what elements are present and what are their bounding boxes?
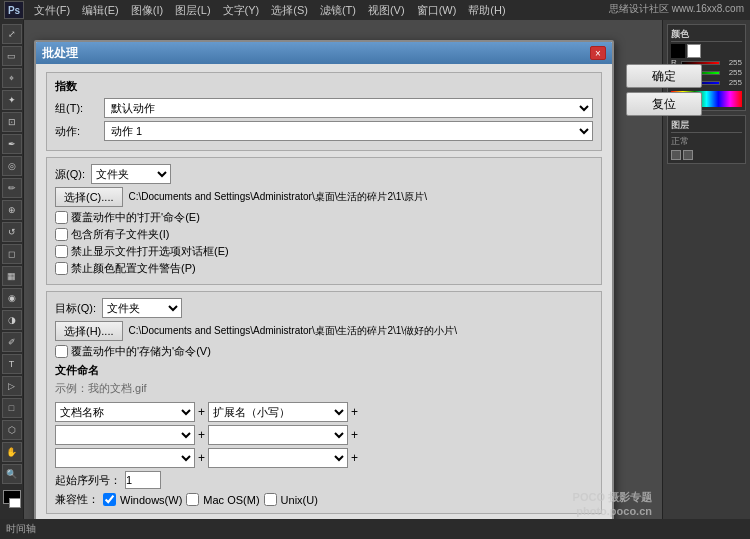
- dialog-overlay: 批处理 × 指数 组(T): 默认动作: [24, 20, 662, 539]
- filename-sel1-r3[interactable]: [55, 448, 195, 468]
- tool-select[interactable]: ▭: [2, 46, 22, 66]
- menu-text[interactable]: 文字(Y): [217, 1, 266, 20]
- action-select[interactable]: 动作 1: [104, 121, 593, 141]
- cb-unix[interactable]: [264, 493, 277, 506]
- tool-hand[interactable]: ✋: [2, 442, 22, 462]
- tool-path-sel[interactable]: ▷: [2, 376, 22, 396]
- cb3-row: 禁止显示文件打开选项对话框(E): [55, 244, 593, 259]
- dest-choose-button[interactable]: 选择(H)....: [55, 321, 123, 341]
- menu-window[interactable]: 窗口(W): [411, 1, 463, 20]
- tool-brush[interactable]: ✏: [2, 178, 22, 198]
- dest-path: C:\Documents and Settings\Administrator\…: [129, 324, 594, 338]
- tool-history[interactable]: ↺: [2, 222, 22, 242]
- dest-section: 目标(Q): 文件夹 选择(H).... C:\Documents and Se…: [46, 291, 602, 514]
- bottombar-text: 时间轴: [6, 522, 36, 536]
- filename-title: 文件命名: [55, 363, 99, 378]
- tool-gradient[interactable]: ▦: [2, 266, 22, 286]
- cb-save-override[interactable]: [55, 345, 68, 358]
- menu-view[interactable]: 视图(V): [362, 1, 411, 20]
- cb-mac[interactable]: [186, 493, 199, 506]
- r-value: 255: [722, 58, 742, 67]
- menu-image[interactable]: 图像(I): [125, 1, 169, 20]
- menu-help[interactable]: 帮助(H): [462, 1, 511, 20]
- reset-button[interactable]: 复位: [626, 92, 702, 116]
- cb2-row: 包含所有子文件夹(I): [55, 227, 593, 242]
- serial-input[interactable]: [125, 471, 161, 489]
- source-label: 源(Q):: [55, 167, 85, 182]
- cb-suppress-color-warn[interactable]: [55, 262, 68, 275]
- cb-subfolders[interactable]: [55, 228, 68, 241]
- color-swatches: [671, 44, 742, 58]
- section-zhishu: 指数 组(T): 默认动作 动作: 动作 1: [46, 72, 602, 151]
- group-row: 组(T): 默认动作: [55, 98, 593, 118]
- tool-bg-color[interactable]: [9, 498, 21, 508]
- watermark: POCO 摄影专题 photo.poco.cn: [573, 490, 652, 517]
- left-toolbar: ⤢ ▭ ⌖ ✦ ⊡ ✒ ◎ ✏ ⊕ ↺ ◻ ▦ ◉ ◑ ✐ T ▷ □ ⬡ ✋ …: [0, 20, 24, 539]
- dialog-close-button[interactable]: ×: [590, 46, 606, 60]
- filename-sel1-r1[interactable]: 文档名称: [55, 402, 195, 422]
- cb-open-override[interactable]: [55, 211, 68, 224]
- group-label: 组(T):: [55, 101, 100, 116]
- tool-lasso[interactable]: ⌖: [2, 68, 22, 88]
- source-type-row: 源(Q): 文件夹: [55, 164, 593, 184]
- action-label: 动作:: [55, 124, 100, 139]
- layers-content: 正常: [671, 135, 742, 148]
- layer-vis: [683, 150, 693, 160]
- tool-eraser[interactable]: ◻: [2, 244, 22, 264]
- source-choose-button[interactable]: 选择(C)....: [55, 187, 123, 207]
- cb4-label: 禁止颜色配置文件警告(P): [71, 261, 196, 276]
- tool-3d[interactable]: ⬡: [2, 420, 22, 440]
- tool-move[interactable]: ⤢: [2, 24, 22, 44]
- tool-dodge[interactable]: ◑: [2, 310, 22, 330]
- menu-select[interactable]: 选择(S): [265, 1, 314, 20]
- tool-crop[interactable]: ⊡: [2, 112, 22, 132]
- filename-sel2-r3[interactable]: [208, 448, 348, 468]
- b-value: 255: [722, 78, 742, 87]
- tool-zoom[interactable]: 🔍: [2, 464, 22, 484]
- dest-type-row: 目标(Q): 文件夹: [55, 298, 593, 318]
- tool-stamp[interactable]: ⊕: [2, 200, 22, 220]
- menu-layer[interactable]: 图层(L): [169, 1, 216, 20]
- cb3-label: 禁止显示文件打开选项对话框(E): [71, 244, 229, 259]
- filename-row2: + +: [55, 425, 593, 445]
- confirm-button[interactable]: 确定: [626, 64, 702, 88]
- plus6: +: [351, 451, 358, 465]
- ps-logo: Ps: [4, 1, 24, 19]
- filename-sel2-r1[interactable]: 扩展名（小写）: [208, 402, 348, 422]
- dest-override-row: 覆盖动作中的'存储为'命令(V): [55, 344, 593, 359]
- tool-pen[interactable]: ✐: [2, 332, 22, 352]
- batch-dialog: 批处理 × 指数 组(T): 默认动作: [34, 40, 614, 539]
- fg-swatch[interactable]: [671, 44, 685, 58]
- plus3: +: [198, 428, 205, 442]
- cb-windows[interactable]: [103, 493, 116, 506]
- source-section: 源(Q): 文件夹 选择(C).... C:\Documents and Set…: [46, 157, 602, 285]
- layers-panel: 图层 正常: [667, 115, 746, 164]
- tool-spot[interactable]: ◎: [2, 156, 22, 176]
- tool-blur[interactable]: ◉: [2, 288, 22, 308]
- dest-type-select[interactable]: 文件夹: [102, 298, 182, 318]
- filename-row1: 文档名称 + 扩展名（小写） +: [55, 402, 593, 422]
- menu-file[interactable]: 文件(F): [28, 1, 76, 20]
- menu-edit[interactable]: 编辑(E): [76, 1, 125, 20]
- cb4-row: 禁止颜色配置文件警告(P): [55, 261, 593, 276]
- source-choose-row: 选择(C).... C:\Documents and Settings\Admi…: [55, 187, 593, 207]
- bg-swatch[interactable]: [687, 44, 701, 58]
- cb-suppress-open-dlg[interactable]: [55, 245, 68, 258]
- group-select[interactable]: 默认动作: [104, 98, 593, 118]
- tool-eyedrop[interactable]: ✒: [2, 134, 22, 154]
- plus1: +: [198, 405, 205, 419]
- filename-sel1-r2[interactable]: [55, 425, 195, 445]
- tool-type[interactable]: T: [2, 354, 22, 374]
- filename-sel2-r2[interactable]: [208, 425, 348, 445]
- source-type-select[interactable]: 文件夹: [91, 164, 171, 184]
- tool-shape[interactable]: □: [2, 398, 22, 418]
- menu-filter[interactable]: 滤镜(T): [314, 1, 362, 20]
- tool-magic[interactable]: ✦: [2, 90, 22, 110]
- cb1-row: 覆盖动作中的'打开'命令(E): [55, 210, 593, 225]
- filename-example-row: 示例：我的文档.gif: [55, 381, 593, 399]
- ps-top-right-text: 思绪设计社区 www.16xx8.com: [609, 2, 744, 16]
- filename-example: 示例：我的文档.gif: [55, 381, 147, 396]
- plus5: +: [198, 451, 205, 465]
- compat-unix-label: Unix(U): [281, 494, 318, 506]
- layers-title: 图层: [671, 119, 742, 133]
